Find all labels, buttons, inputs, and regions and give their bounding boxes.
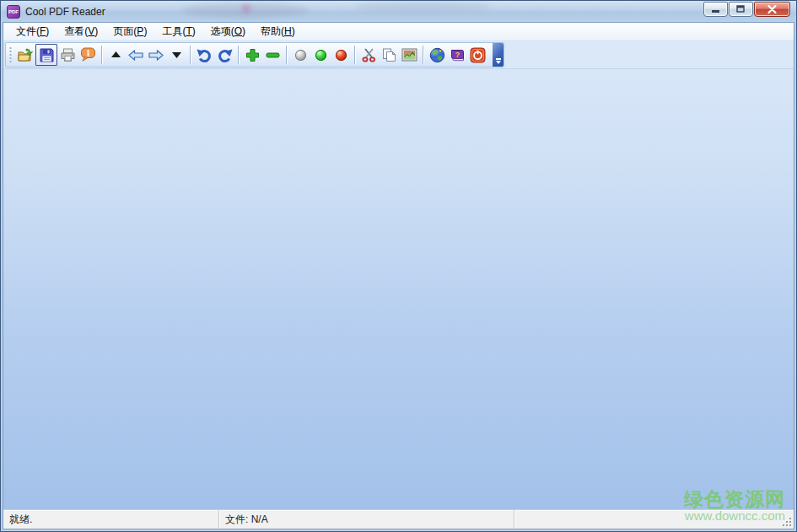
status-extra	[514, 510, 794, 529]
restore-button[interactable]	[729, 2, 753, 17]
arrow-left-icon	[128, 50, 143, 61]
save-floppy-icon	[40, 48, 54, 62]
zoom-out-button[interactable]	[262, 45, 283, 65]
titlebar-glass-artifact	[182, 3, 309, 18]
statusbar: 就绪. 文件: N/A	[3, 509, 794, 529]
titlebar-glass-artifact	[242, 4, 250, 13]
redo-button[interactable]	[214, 45, 234, 65]
app-window: PDF Cool PDF Reader 文件(F)查看(V)页面(P)工具(T)…	[0, 0, 797, 532]
arrow-right-icon	[148, 50, 164, 61]
help-book-icon: ?	[450, 48, 465, 62]
red-dot-button[interactable]	[331, 45, 351, 65]
minimize-icon	[712, 6, 720, 13]
zoom-in-button[interactable]	[242, 45, 262, 65]
scissors-icon	[362, 48, 376, 62]
copy-button[interactable]	[379, 45, 399, 65]
exit-button[interactable]	[467, 45, 487, 65]
cut-button[interactable]	[358, 45, 379, 65]
titlebar-glass-artifact	[355, 1, 490, 13]
toolbar-separator	[238, 46, 239, 64]
plus-icon	[245, 48, 260, 62]
menu-item-t[interactable]: 工具(T)	[154, 23, 202, 40]
power-exit-icon	[470, 47, 486, 63]
close-icon	[767, 5, 777, 13]
document-viewport[interactable]: 绿色资源网 www.downcc.com	[3, 69, 794, 509]
svg-text:?: ?	[455, 50, 460, 58]
watermark-sitename: 绿色资源网	[684, 489, 785, 509]
image-icon	[401, 48, 417, 62]
green-dot-button[interactable]	[310, 45, 331, 65]
info-bubble-icon	[80, 47, 96, 62]
info-button[interactable]	[78, 45, 98, 65]
minus-icon	[266, 52, 280, 58]
help-button[interactable]: ?	[447, 45, 467, 65]
green-dot-icon	[315, 50, 326, 61]
undo-button[interactable]	[194, 45, 214, 65]
toolbar-options-button[interactable]	[493, 43, 504, 67]
toolbar-separator	[423, 46, 423, 64]
menu-item-v[interactable]: 查看(V)	[57, 23, 105, 40]
globe-icon	[429, 47, 445, 63]
copy-pages-icon	[382, 48, 396, 62]
chevron-down-icon	[496, 61, 501, 64]
open-button[interactable]	[15, 45, 35, 65]
close-button[interactable]	[754, 2, 790, 17]
save-button[interactable]	[35, 44, 57, 66]
caption-buttons	[703, 2, 790, 17]
first-page-button[interactable]	[105, 45, 126, 65]
arrow-up-icon	[111, 51, 121, 58]
status-ready: 就绪.	[3, 510, 218, 529]
last-page-button[interactable]	[166, 45, 186, 65]
print-button[interactable]	[57, 45, 78, 65]
redo-icon	[217, 48, 233, 62]
print-icon	[60, 48, 76, 62]
next-page-button[interactable]	[146, 45, 166, 65]
toolbar-separator	[190, 46, 191, 64]
menubar: 文件(F)查看(V)页面(P)工具(T)选项(O)帮助(H)	[3, 23, 794, 40]
toolbar-gripper[interactable]	[8, 46, 13, 64]
gray-dot-button[interactable]	[290, 45, 310, 65]
minimize-button[interactable]	[703, 2, 728, 17]
window-title: Cool PDF Reader	[25, 6, 105, 18]
menu-item-f[interactable]: 文件(F)	[8, 23, 57, 40]
toolbar-separator	[286, 46, 287, 64]
previous-page-button[interactable]	[126, 45, 146, 65]
menu-item-p[interactable]: 页面(P)	[105, 23, 154, 40]
toolbar-separator	[354, 46, 355, 64]
undo-icon	[197, 48, 213, 62]
menu-item-o[interactable]: 选项(O)	[203, 23, 253, 40]
toolbar-separator	[101, 46, 102, 64]
arrow-down-icon	[172, 51, 181, 58]
client-area: 文件(F)查看(V)页面(P)工具(T)选项(O)帮助(H)	[3, 22, 794, 529]
titlebar[interactable]: PDF Cool PDF Reader	[1, 1, 796, 22]
toolbar-options-icon	[496, 58, 501, 60]
red-dot-icon	[336, 50, 347, 61]
open-folder-icon	[18, 48, 34, 62]
resize-grip[interactable]	[782, 517, 792, 527]
snapshot-button[interactable]	[399, 45, 419, 65]
restore-icon	[736, 5, 746, 13]
gray-dot-icon	[295, 50, 306, 61]
status-file: 文件: N/A	[218, 510, 514, 529]
menu-item-h[interactable]: 帮助(H)	[253, 23, 303, 40]
website-button[interactable]	[427, 45, 447, 65]
app-icon: PDF	[7, 5, 20, 19]
toolbar: ?	[5, 42, 504, 67]
toolbar-band: ?	[3, 40, 794, 69]
